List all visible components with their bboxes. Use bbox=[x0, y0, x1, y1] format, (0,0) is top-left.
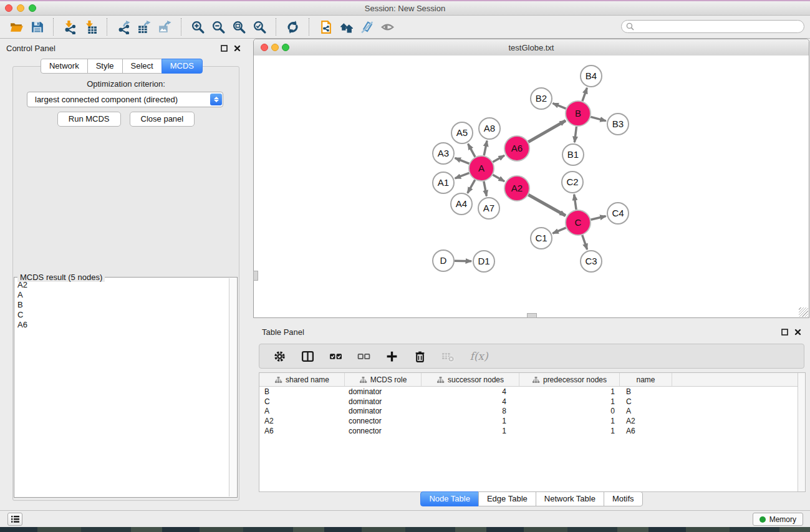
table-cell[interactable]: 1 bbox=[422, 427, 519, 435]
run-mcds-button[interactable]: Run MCDS bbox=[57, 112, 121, 127]
graph-node-C1[interactable]: C1 bbox=[531, 228, 552, 249]
graph-node-B[interactable]: B bbox=[566, 101, 591, 126]
result-scrollbar[interactable] bbox=[229, 278, 236, 496]
import-table-icon[interactable] bbox=[80, 17, 101, 36]
home-icon[interactable] bbox=[336, 17, 357, 36]
edge-B-B3[interactable] bbox=[591, 117, 605, 120]
zoom-in-icon[interactable] bbox=[188, 17, 208, 36]
export-network-icon[interactable] bbox=[113, 17, 134, 36]
show-graphics-details-icon[interactable] bbox=[377, 17, 398, 36]
network-window-titlebar[interactable]: testGlobe.txt bbox=[254, 39, 809, 56]
tab-network-table[interactable]: Network Table bbox=[536, 491, 604, 506]
edge-A-A3[interactable] bbox=[455, 158, 470, 163]
table-cell[interactable]: connector bbox=[345, 417, 422, 425]
edge-A-A4[interactable] bbox=[468, 180, 475, 193]
tab-edge-table[interactable]: Edge Table bbox=[478, 491, 536, 506]
edge-C-C4[interactable] bbox=[591, 216, 605, 220]
table-cell[interactable]: connector bbox=[345, 427, 422, 435]
zoom-out-icon[interactable] bbox=[208, 17, 229, 36]
tab-style[interactable]: Style bbox=[87, 59, 123, 74]
mcds-result-item[interactable]: A bbox=[16, 290, 228, 300]
table-cell[interactable]: A6 bbox=[259, 427, 345, 435]
column-header-successor-nodes[interactable]: successor nodes bbox=[422, 373, 519, 386]
graph-node-A8[interactable]: A8 bbox=[479, 118, 500, 139]
open-session-icon[interactable] bbox=[6, 17, 27, 36]
table-row[interactable]: Adominator80A bbox=[259, 406, 805, 416]
delete-column-icon[interactable] bbox=[412, 349, 427, 364]
left-splitter-handle[interactable] bbox=[253, 271, 258, 281]
table-cell[interactable]: 1 bbox=[519, 397, 620, 406]
graph-node-A3[interactable]: A3 bbox=[433, 143, 454, 164]
tab-select[interactable]: Select bbox=[122, 59, 162, 74]
graph-node-A5[interactable]: A5 bbox=[451, 122, 473, 143]
table-cell[interactable]: 4 bbox=[422, 387, 519, 396]
table-cell[interactable]: dominator bbox=[345, 387, 422, 396]
edge-B-B2[interactable] bbox=[553, 104, 566, 109]
table-cell[interactable]: C bbox=[259, 397, 345, 406]
tab-node-table[interactable]: Node Table bbox=[420, 491, 479, 506]
graph-node-D1[interactable]: D1 bbox=[473, 251, 494, 272]
close-panel-icon[interactable] bbox=[233, 44, 241, 52]
export-table-icon[interactable] bbox=[134, 17, 155, 36]
table-cell[interactable]: dominator bbox=[345, 407, 422, 415]
table-cell[interactable]: B bbox=[259, 387, 345, 396]
apply-layout-icon[interactable] bbox=[282, 17, 303, 36]
table-cell[interactable]: B bbox=[620, 387, 672, 396]
graph-node-A2[interactable]: A2 bbox=[504, 176, 529, 201]
edge-B-B1[interactable] bbox=[574, 127, 576, 142]
graph-node-C3[interactable]: C3 bbox=[581, 251, 602, 272]
float-table-panel-icon[interactable] bbox=[781, 328, 788, 336]
graph-node-C4[interactable]: C4 bbox=[607, 203, 629, 224]
column-header-MCDS-role[interactable]: MCDS role bbox=[345, 373, 422, 386]
memory-button[interactable]: Memory bbox=[753, 513, 803, 526]
edge-A-A2[interactable] bbox=[493, 175, 504, 181]
graph-node-C2[interactable]: C2 bbox=[562, 172, 583, 193]
criterion-select[interactable]: largest connected component (directed) bbox=[27, 92, 223, 107]
edge-A-A7[interactable] bbox=[484, 181, 486, 196]
edge-C-C3[interactable] bbox=[582, 235, 587, 249]
table-cell[interactable]: dominator bbox=[345, 397, 422, 406]
table-cell[interactable]: 1 bbox=[519, 387, 620, 396]
search-field[interactable] bbox=[621, 20, 804, 33]
edge-C-C2[interactable] bbox=[574, 195, 576, 210]
mcds-result-item[interactable]: B bbox=[16, 300, 228, 310]
window-resize-grip[interactable] bbox=[799, 307, 808, 317]
mcds-result-item[interactable]: C bbox=[16, 310, 228, 320]
table-cell[interactable]: 4 bbox=[422, 397, 519, 406]
column-header-shared-name[interactable]: shared name bbox=[259, 373, 345, 386]
table-cell[interactable]: A bbox=[620, 407, 672, 415]
save-session-icon[interactable] bbox=[27, 17, 47, 36]
column-header-predecessor-nodes[interactable]: predecessor nodes bbox=[519, 373, 620, 386]
close-table-panel-icon[interactable] bbox=[794, 328, 801, 336]
table-scrollbar[interactable] bbox=[798, 373, 805, 491]
table-cell[interactable]: 1 bbox=[422, 417, 519, 425]
graph-node-A1[interactable]: A1 bbox=[433, 172, 454, 193]
gear-icon[interactable] bbox=[272, 349, 287, 364]
table-cell[interactable]: 1 bbox=[519, 427, 620, 435]
select-all-checkboxes-icon[interactable] bbox=[328, 349, 343, 364]
bottom-splitter-handle[interactable] bbox=[527, 313, 537, 318]
export-image-icon[interactable] bbox=[155, 17, 175, 36]
edge-A6-B[interactable] bbox=[528, 120, 566, 142]
task-history-button[interactable] bbox=[7, 513, 22, 526]
table-cell[interactable]: 0 bbox=[519, 407, 620, 415]
network-canvas[interactable]: B4B2BB3A5A8A6A3B1AA1C2A2A4A7C4CC1C3DD1 bbox=[254, 56, 809, 317]
graph-node-B1[interactable]: B1 bbox=[562, 144, 584, 165]
table-cell[interactable]: A2 bbox=[620, 417, 672, 425]
hide-annotations-icon[interactable] bbox=[357, 17, 377, 36]
table-row[interactable]: Bdominator41B bbox=[259, 387, 805, 397]
float-panel-icon[interactable] bbox=[220, 44, 228, 52]
graph-node-B2[interactable]: B2 bbox=[531, 88, 552, 109]
import-network-icon[interactable] bbox=[60, 17, 80, 36]
deselect-all-checkboxes-icon[interactable] bbox=[356, 349, 371, 364]
table-cell[interactable]: A bbox=[259, 407, 345, 415]
table-cell[interactable]: 8 bbox=[422, 407, 519, 415]
edge-A-A1[interactable] bbox=[455, 173, 470, 178]
edge-A-A6[interactable] bbox=[493, 155, 504, 162]
graph-node-B3[interactable]: B3 bbox=[607, 114, 629, 135]
tab-motifs[interactable]: Motifs bbox=[604, 491, 643, 506]
graph-node-A4[interactable]: A4 bbox=[451, 193, 472, 215]
table-row[interactable]: Cdominator41C bbox=[259, 397, 805, 407]
table-cell[interactable]: 1 bbox=[519, 417, 620, 425]
graph-node-A6[interactable]: A6 bbox=[504, 136, 529, 161]
